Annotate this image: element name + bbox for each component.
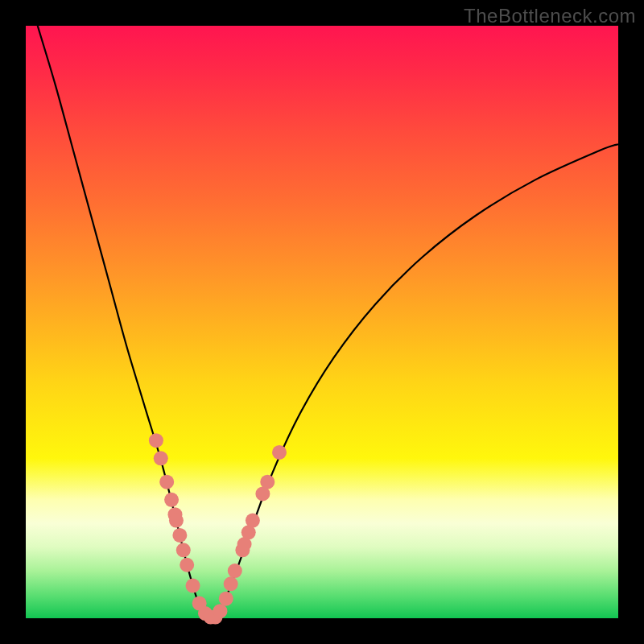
marker-dot: [219, 592, 233, 606]
marker-dot: [224, 576, 238, 591]
marker-dot: [260, 475, 275, 489]
marker-dot: [169, 514, 184, 528]
bottleneck-curve: [38, 26, 618, 621]
marker-dot: [159, 475, 174, 489]
marker-dot: [272, 445, 287, 460]
marker-dot: [164, 493, 179, 507]
marker-dot: [172, 528, 187, 543]
chart-frame: TheBottleneck.com: [0, 0, 644, 644]
marker-dot: [228, 564, 242, 578]
chart-svg: [26, 26, 618, 618]
watermark-text: TheBottleneck.com: [464, 5, 636, 27]
marker-dot: [176, 543, 191, 557]
marker-dot: [149, 433, 163, 448]
marker-dot: [186, 579, 200, 593]
marker-dot: [246, 514, 260, 528]
marker-dot: [154, 451, 168, 465]
marker-dot: [213, 604, 227, 618]
plot-area: [26, 26, 618, 618]
marker-group: [149, 433, 287, 624]
marker-dot: [180, 558, 194, 572]
